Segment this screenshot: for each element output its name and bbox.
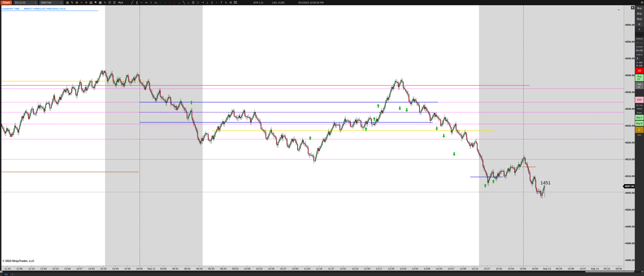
horizontal-line-icon[interactable]: ─ bbox=[139, 0, 144, 5]
time-tick bbox=[427, 266, 427, 267]
down-signal-arrow-icon bbox=[405, 108, 408, 112]
time-axis-label: 10:08 bbox=[565, 267, 577, 270]
candlestick-chart[interactable] bbox=[2, 5, 624, 266]
extended-line-icon[interactable]: ═ bbox=[144, 0, 149, 5]
time-tick bbox=[499, 266, 499, 267]
chart-trader-buy-a[interactable]: Buy A bbox=[635, 115, 644, 120]
chart-trader-buy[interactable]: Buy bbox=[635, 6, 644, 11]
plot-left-border bbox=[0, 5, 2, 273]
eraser-icon[interactable]: ⊘ bbox=[228, 0, 233, 5]
price-tick bbox=[624, 42, 625, 42]
chart-trader-r[interactable]: R bbox=[635, 22, 644, 27]
last-price-marker: 4507.00 bbox=[624, 184, 635, 188]
time-tick bbox=[403, 266, 403, 267]
zoom-out-icon[interactable]: ⊖ bbox=[79, 0, 84, 5]
time-axis-label: 13:26 bbox=[385, 267, 397, 270]
chart-trader-spacer bbox=[635, 32, 644, 37]
chart-trader-pa-ap[interactable]: PA-AP bbox=[635, 49, 644, 52]
zigzag-line-icon[interactable]: ∿ bbox=[103, 0, 107, 5]
chart-trader-buy[interactable]: Buy bbox=[635, 11, 644, 16]
view-icon-group: ▥✎⊕⊖✛▤⚑▦∿☑☰ bbox=[65, 0, 117, 5]
time-tick bbox=[607, 266, 607, 267]
anchored-vwap-icon[interactable]: ↨ bbox=[205, 0, 210, 5]
chart-window-title: Chart bbox=[0, 1, 12, 5]
add-tab-button[interactable]: + bbox=[12, 273, 13, 276]
clock-readout: 9/12/2023 10:58:29 PM bbox=[298, 1, 324, 4]
scrollbar-thumb[interactable] bbox=[585, 271, 634, 272]
back-arrow-icon[interactable]: ← bbox=[617, 7, 621, 12]
trend-line-icon[interactable]: ╱ bbox=[130, 0, 134, 5]
time-axis-label: 10:50 bbox=[289, 267, 301, 270]
chart-trader-c[interactable]: C bbox=[635, 127, 644, 133]
chart-trader-buy-b[interactable]: Buy B bbox=[635, 121, 644, 126]
right-arrow-icon[interactable]: → bbox=[177, 0, 182, 5]
up-arrow-blue-icon[interactable]: ↑ bbox=[168, 0, 172, 5]
price-pane[interactable] bbox=[2, 5, 624, 266]
trash-icon[interactable]: ⌧ bbox=[233, 0, 238, 5]
fit-scale-button[interactable]: F bbox=[631, 6, 634, 10]
down-arrow-red-icon[interactable]: ↓ bbox=[172, 0, 177, 5]
horizontal-scrollbar[interactable]: ◀ ▶ bbox=[0, 270, 644, 273]
plv-button[interactable]: PLV bbox=[118, 1, 123, 4]
time-axis-label: 14:08 bbox=[421, 267, 433, 270]
tab-es[interactable]: ES bbox=[2, 273, 10, 276]
time-tick bbox=[20, 266, 20, 267]
report-icon[interactable]: ▤ bbox=[88, 0, 93, 5]
chart-trader-buy[interactable]: Buy bbox=[635, 17, 644, 21]
pencil-icon[interactable]: ✎ bbox=[70, 0, 74, 5]
crosshair-icon[interactable]: ✛ bbox=[84, 0, 88, 5]
up-signal-arrow-icon bbox=[377, 104, 380, 108]
down-signal-arrow-icon bbox=[398, 106, 401, 110]
ruler-icon[interactable]: ▭ bbox=[153, 0, 158, 5]
price-axis-label: 4545.00 bbox=[625, 57, 634, 60]
scroll-left-button[interactable]: ◀ bbox=[0, 271, 2, 272]
ray-line-icon[interactable]: ╲ bbox=[182, 0, 186, 5]
indicator-panel-icon[interactable]: ▦ bbox=[98, 0, 103, 5]
time-tick bbox=[115, 266, 116, 267]
chevron-down-icon: ∨ bbox=[35, 2, 36, 4]
panel-toggle-icon[interactable]: ▤ bbox=[641, 1, 643, 4]
price-tick bbox=[624, 143, 625, 143]
chart-trader-ad[interactable]: Ad bbox=[635, 68, 644, 73]
chart-trader-i[interactable]: i bbox=[635, 57, 640, 60]
time-axis-label: 15:43 bbox=[493, 267, 505, 270]
rectangle-icon[interactable]: □ bbox=[196, 0, 200, 5]
up-signal-arrow-icon bbox=[373, 117, 376, 121]
time-axis-label: 14:45 bbox=[85, 267, 98, 270]
chart-text-annotation[interactable]: 1451 bbox=[540, 180, 550, 186]
list-icon[interactable]: ☰ bbox=[112, 0, 117, 5]
time-axis[interactable]: 11:3311:5612:1512:4013:1013:3614:0714:45… bbox=[2, 266, 624, 271]
down-signal-arrow-icon bbox=[442, 134, 445, 138]
chart-trader-stp[interactable]: STP bbox=[635, 97, 644, 103]
dotted-arrow-icon[interactable]: ⇢ bbox=[200, 0, 205, 5]
candlestick-chart-icon[interactable]: ▥ bbox=[65, 0, 70, 5]
price-axis-label: 4505.00 bbox=[625, 191, 634, 194]
time-axis-label: 15:54 bbox=[505, 267, 517, 270]
flag-icon[interactable]: ⚑ bbox=[93, 0, 98, 5]
dashed-region-icon[interactable]: ▫ bbox=[214, 0, 219, 5]
text-cursor-icon[interactable]: Ι bbox=[149, 0, 153, 5]
time-tick bbox=[271, 266, 271, 267]
parallel-lines-icon[interactable]: ∥ bbox=[134, 0, 139, 5]
price-axis[interactable]: F 4507.00 4555.004550.004545.004540.0045… bbox=[624, 5, 635, 270]
instrument-dropdown[interactable]: ES 12-23 ∨ bbox=[14, 1, 38, 5]
price-axis-label: 4550.00 bbox=[625, 40, 634, 43]
chart-trader-buy-sl[interactable]: Buy (sl bbox=[635, 74, 644, 81]
zoom-in-icon[interactable]: ⊕ bbox=[74, 0, 79, 5]
text-tool-icon[interactable]: T bbox=[219, 0, 224, 5]
horizontal-arrow-icon[interactable]: ↔ bbox=[186, 0, 191, 5]
time-axis-label: 14:58 bbox=[457, 267, 469, 270]
time-axis-label: 09:53 bbox=[229, 267, 241, 270]
time-tick bbox=[451, 266, 451, 267]
interval-dropdown[interactable]: 2000 Tick ∨ bbox=[40, 1, 64, 5]
price-axis-label: 4510.00 bbox=[625, 175, 634, 178]
time-tick bbox=[307, 266, 307, 267]
down-arrow-green-icon[interactable]: ↓ bbox=[163, 0, 168, 5]
path-icon[interactable]: ∿ bbox=[224, 0, 228, 5]
up-arrow-green-icon[interactable]: ↑ bbox=[158, 0, 163, 5]
scroll-right-button[interactable]: ▶ bbox=[641, 271, 644, 272]
vertical-region-icon[interactable]: ▯ bbox=[210, 0, 214, 5]
lines-stack-icon[interactable]: ☰ bbox=[191, 0, 196, 5]
chart-trader-sel-a[interactable]: Sel (a bbox=[635, 82, 644, 89]
strategy-checkbox-icon[interactable]: ☑ bbox=[107, 0, 112, 5]
